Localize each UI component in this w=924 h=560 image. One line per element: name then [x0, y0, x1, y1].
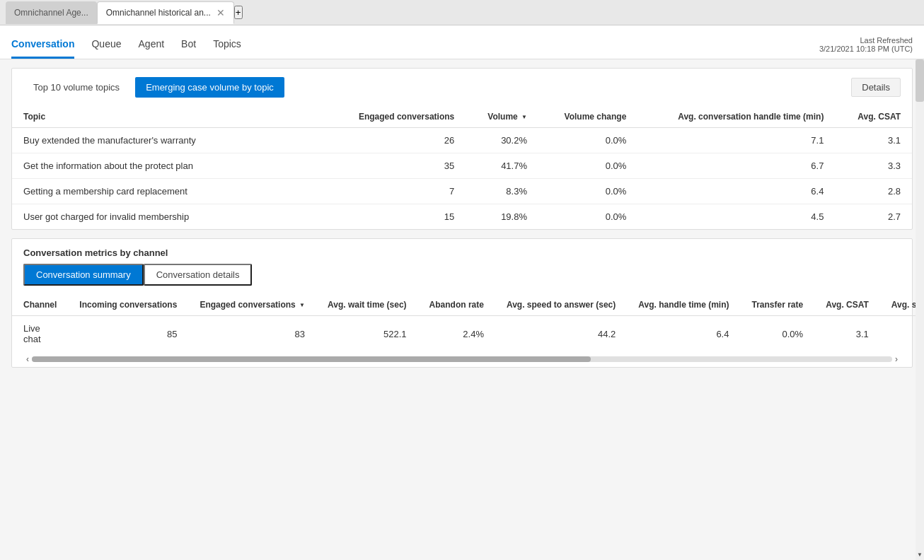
table-row: User got charged for invalid membership … — [12, 204, 912, 230]
right-scroll-thumb — [916, 59, 924, 102]
details-button[interactable]: Details — [851, 78, 901, 97]
avg-handle-cell: 4.5 — [637, 204, 835, 230]
volume-change-cell: 0.0% — [538, 204, 637, 230]
avg-csat-cell: 2.7 — [835, 204, 912, 230]
engaged-cell: 15 — [327, 204, 466, 230]
col-header-volume: Volume ▼ — [466, 106, 538, 128]
last-refreshed: Last Refreshed 3/21/2021 10:18 PM (UTC) — [819, 36, 913, 59]
col-header-avg-handle: Avg. conversation handle time (min) — [637, 106, 835, 128]
avg-handle-cell: 6.4 — [627, 316, 740, 352]
sort-arrow-icon: ▼ — [299, 302, 305, 308]
col-header-transfer: Transfer rate — [740, 294, 814, 316]
topics-table: Topic Engaged conversations Volume ▼ Vol… — [12, 106, 912, 229]
topic-cell: Get the information about the protect pl… — [12, 153, 327, 179]
volume-change-cell: 0.0% — [538, 153, 637, 179]
col-header-abandon: Abandon rate — [418, 294, 495, 316]
volume-cell: 19.8% — [466, 204, 538, 230]
metrics-section-title: Conversation metrics by channel — [12, 239, 912, 264]
volume-change-cell: 0.0% — [538, 128, 637, 153]
metrics-card: Conversation metrics by channel Conversa… — [11, 238, 913, 368]
col-header-avg-handle: Avg. handle time (min) — [627, 294, 740, 316]
nav-tab-conversation[interactable]: Conversation — [11, 33, 74, 59]
avg-csat-cell: 3.1 — [835, 128, 912, 153]
avg-handle-cell: 7.1 — [637, 128, 835, 153]
volume-cell: 30.2% — [466, 128, 538, 153]
table-row: Live chat 85 83 522.1 2.4% 44.2 6.4 0.0%… — [12, 316, 924, 352]
col-header-incoming: Incoming conversations — [68, 294, 188, 316]
main-content: Top 10 volume topics Emerging case volum… — [0, 59, 924, 560]
scroll-track[interactable] — [32, 356, 892, 362]
top-navigation: Conversation Queue Agent Bot Topics Last… — [0, 25, 924, 59]
table-row: Getting a membership card replacement 7 … — [12, 179, 912, 204]
table-row: Get the information about the protect pl… — [12, 153, 912, 179]
close-icon[interactable]: ✕ — [216, 7, 225, 18]
metrics-table: Channel Incoming conversations Engaged c… — [12, 294, 924, 351]
last-refreshed-label: Last Refreshed — [819, 36, 913, 45]
add-tab-button[interactable]: + — [234, 6, 243, 19]
volume-cell: 41.7% — [466, 153, 538, 179]
abandon-cell: 2.4% — [418, 316, 495, 352]
nav-tab-bot[interactable]: Bot — [181, 33, 196, 59]
emerging-case-volume-tab[interactable]: Emerging case volume by topic — [135, 77, 284, 98]
browser-tab-active-label: Omnichannel historical an... — [106, 8, 211, 18]
browser-tab-inactive-label: Omnichannel Age... — [14, 8, 88, 18]
topics-tab-row: Top 10 volume topics Emerging case volum… — [12, 69, 912, 106]
bottom-scrollbar[interactable]: ‹ › — [12, 351, 912, 367]
transfer-cell: 0.0% — [740, 316, 814, 352]
browser-tab-active[interactable]: Omnichannel historical an... ✕ — [97, 1, 234, 24]
topic-cell: Buy extended the manufacturer's warranty — [12, 128, 327, 153]
col-header-engaged: Engaged conversations ▼ — [188, 294, 316, 316]
avg-wait-cell: 522.1 — [316, 316, 418, 352]
volume-cell: 8.3% — [466, 179, 538, 204]
col-header-avg-csat: Avg. CSAT — [814, 294, 880, 316]
channel-cell: Live chat — [12, 316, 68, 352]
conversation-summary-tab[interactable]: Conversation summary — [23, 264, 144, 286]
nav-tab-topics[interactable]: Topics — [213, 33, 241, 59]
scroll-left-arrow[interactable]: ‹ — [23, 354, 32, 364]
scroll-down-icon[interactable]: ▼ — [916, 549, 924, 560]
nav-tab-agent[interactable]: Agent — [139, 33, 165, 59]
col-header-avg-speed: Avg. speed to answer (sec) — [495, 294, 627, 316]
incoming-cell: 85 — [68, 316, 188, 352]
avg-handle-cell: 6.4 — [637, 179, 835, 204]
top-10-topics-tab[interactable]: Top 10 volume topics — [23, 78, 129, 97]
engaged-cell: 83 — [188, 316, 316, 352]
topics-card: Top 10 volume topics Emerging case volum… — [11, 68, 913, 230]
conversation-details-tab[interactable]: Conversation details — [144, 264, 253, 286]
col-header-channel: Channel — [12, 294, 68, 316]
avg-speed-cell: 44.2 — [495, 316, 627, 352]
engaged-cell: 26 — [327, 128, 466, 153]
metrics-tab-row: Conversation summary Conversation detail… — [12, 264, 912, 294]
engaged-cell: 7 — [327, 179, 466, 204]
table-row: Buy extended the manufacturer's warranty… — [12, 128, 912, 153]
topic-cell: User got charged for invalid membership — [12, 204, 327, 230]
avg-csat-cell: 3.3 — [835, 153, 912, 179]
browser-tab-inactive[interactable]: Omnichannel Age... — [6, 1, 97, 24]
col-header-avg-csat: Avg. CSAT — [835, 106, 912, 128]
browser-tab-bar: Omnichannel Age... Omnichannel historica… — [0, 0, 924, 25]
col-header-avg-wait: Avg. wait time (sec) — [316, 294, 418, 316]
col-header-volume-change: Volume change — [538, 106, 637, 128]
avg-csat-cell: 3.1 — [814, 316, 880, 352]
topic-cell: Getting a membership card replacement — [12, 179, 327, 204]
avg-csat-cell: 2.8 — [835, 179, 912, 204]
volume-change-cell: 0.0% — [538, 179, 637, 204]
sort-arrow-icon: ▼ — [521, 114, 527, 120]
nav-tab-group: Conversation Queue Agent Bot Topics — [11, 33, 241, 59]
scroll-right-arrow[interactable]: › — [892, 354, 901, 364]
col-header-topic: Topic — [12, 106, 327, 128]
nav-tab-queue[interactable]: Queue — [91, 33, 121, 59]
scroll-thumb — [32, 356, 591, 362]
engaged-cell: 35 — [327, 153, 466, 179]
avg-handle-cell: 6.7 — [637, 153, 835, 179]
last-refreshed-value: 3/21/2021 10:18 PM (UTC) — [819, 45, 913, 53]
col-header-engaged: Engaged conversations — [327, 106, 466, 128]
right-scrollbar[interactable]: ▲ ▼ — [916, 59, 924, 560]
